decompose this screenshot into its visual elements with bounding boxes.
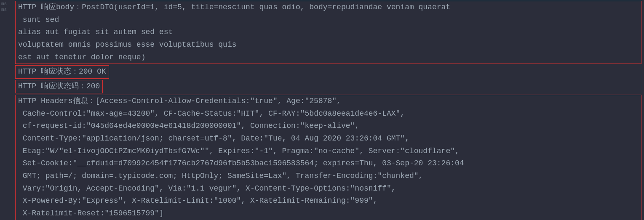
- http-response-status-log[interactable]: HTTP 响应状态：200 OK: [15, 65, 109, 79]
- http-headers-log[interactable]: HTTP Headers信息：[Access-Control-Allow-Cre…: [15, 95, 641, 220]
- console-content: HTTP 响应body：PostDTO(userId=1, id=5, titl…: [15, 0, 641, 220]
- editor-gutter: ms ms: [0, 0, 13, 220]
- gutter-ms-label: ms: [1, 7, 13, 13]
- gutter-ms-label: ms: [1, 1, 13, 7]
- log-text: HTTP 响应状态：200 OK: [18, 67, 106, 76]
- log-text: HTTP 响应状态码：200: [18, 82, 100, 90]
- log-text: HTTP 响应body：PostDTO(userId=1, id=5, titl…: [18, 3, 450, 61]
- http-response-body-log[interactable]: HTTP 响应body：PostDTO(userId=1, id=5, titl…: [15, 1, 641, 64]
- log-text: HTTP Headers信息：[Access-Control-Allow-Cre…: [18, 97, 464, 217]
- http-response-status-code-log[interactable]: HTTP 响应状态码：200: [15, 80, 103, 93]
